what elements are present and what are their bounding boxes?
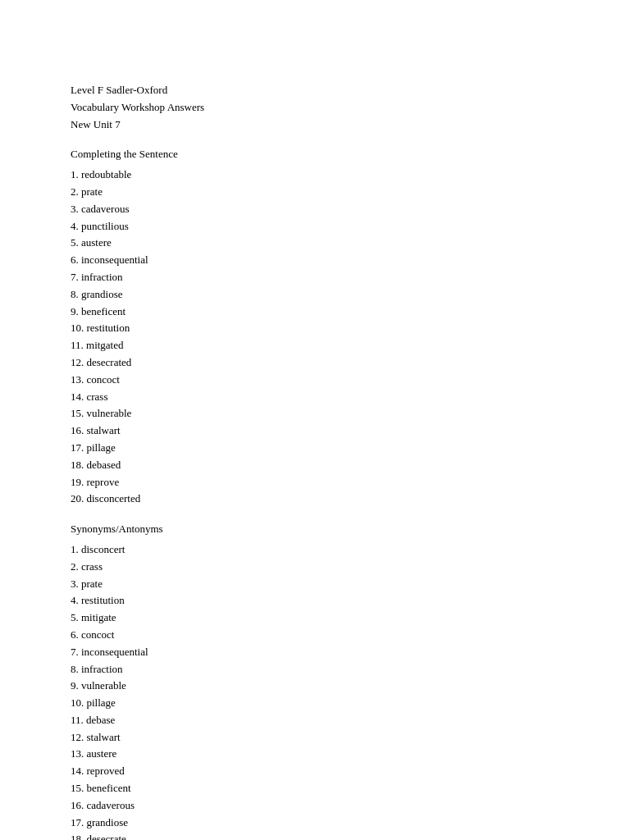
list-item: 10. pillage bbox=[71, 695, 559, 712]
list-item: 1. redoubtable bbox=[71, 167, 559, 184]
list-item: 9. vulnerable bbox=[71, 678, 559, 695]
list-item: 19. reprove bbox=[71, 474, 559, 491]
list-item: 18. debased bbox=[71, 457, 559, 474]
list-item: 2. crass bbox=[71, 559, 559, 576]
list-item: 3. cadaverous bbox=[71, 201, 559, 218]
synonyms-list: 1. disconcert2. crass3. prate4. restitut… bbox=[71, 541, 559, 840]
list-item: 16. cadaverous bbox=[71, 797, 559, 815]
list-item: 4. restitution bbox=[71, 592, 559, 609]
list-item: 13. austere bbox=[71, 746, 559, 763]
list-item: 10. restitution bbox=[71, 320, 559, 337]
list-item: 15. vulnerable bbox=[71, 405, 559, 422]
list-item: 12. desecrated bbox=[71, 354, 559, 372]
list-item: 12. stalwart bbox=[71, 729, 559, 746]
list-item: 4. punctilious bbox=[71, 218, 559, 235]
list-item: 20. disconcerted bbox=[71, 491, 559, 508]
list-item: 14. reproved bbox=[71, 763, 559, 780]
list-item: 3. prate bbox=[71, 576, 559, 593]
header-line3: New Unit 7 bbox=[71, 116, 559, 134]
list-item: 7. infraction bbox=[71, 269, 559, 286]
list-item: 17. pillage bbox=[71, 440, 559, 457]
list-item: 8. grandiose bbox=[71, 286, 559, 304]
list-item: 9. beneficent bbox=[71, 304, 559, 321]
list-item: 18. desecrate bbox=[71, 831, 559, 840]
list-item: 5. austere bbox=[71, 235, 559, 252]
list-item: 7. inconsequential bbox=[71, 644, 559, 661]
list-item: 11. mitgated bbox=[71, 337, 559, 354]
completing-title: Completing the Sentence bbox=[71, 146, 559, 163]
header-line1: Level F Sadler-Oxford bbox=[71, 82, 559, 99]
completing-section: Completing the Sentence 1. redoubtable2.… bbox=[71, 146, 559, 508]
header-line2: Vocabulary Workshop Answers bbox=[71, 99, 559, 116]
list-item: 15. beneficent bbox=[71, 780, 559, 797]
list-item: 5. mitigate bbox=[71, 609, 559, 627]
list-item: 16. stalwart bbox=[71, 422, 559, 440]
synonyms-section: Synonyms/Antonyms 1. disconcert2. crass3… bbox=[71, 521, 559, 840]
header-block: Level F Sadler-Oxford Vocabulary Worksho… bbox=[71, 82, 559, 133]
list-item: 6. inconsequential bbox=[71, 252, 559, 269]
list-item: 6. concoct bbox=[71, 627, 559, 644]
list-item: 14. crass bbox=[71, 389, 559, 406]
list-item: 8. infraction bbox=[71, 661, 559, 678]
list-item: 1. disconcert bbox=[71, 541, 559, 559]
list-item: 17. grandiose bbox=[71, 815, 559, 832]
list-item: 2. prate bbox=[71, 184, 559, 201]
synonyms-title: Synonyms/Antonyms bbox=[71, 521, 559, 538]
completing-list: 1. redoubtable2. prate3. cadaverous4. pu… bbox=[71, 167, 559, 508]
list-item: 13. concoct bbox=[71, 372, 559, 389]
list-item: 11. debase bbox=[71, 712, 559, 729]
